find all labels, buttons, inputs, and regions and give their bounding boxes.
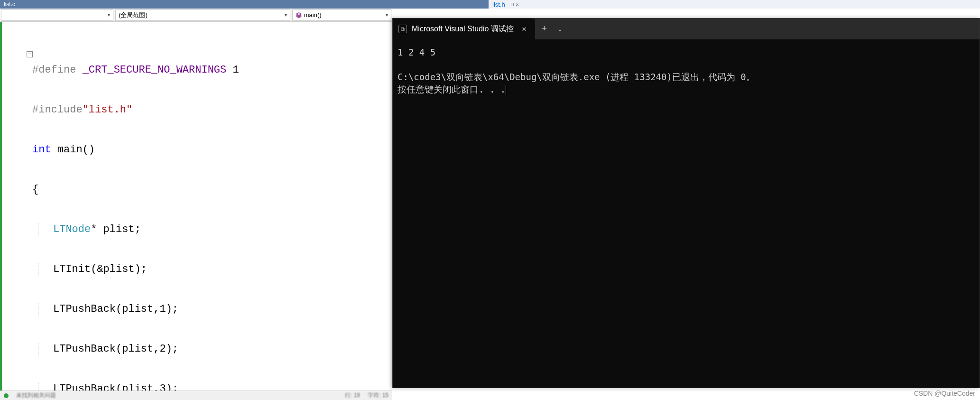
member-label: main() (304, 11, 322, 19)
method-icon (296, 12, 302, 19)
status-bar: 未找到相关问题 行: 19 字符: 15 (0, 391, 392, 400)
terminal-tab[interactable]: ⧉ Microsoft Visual Studio 调试控 ✕ (393, 19, 535, 39)
close-icon[interactable]: ✕ (516, 1, 519, 8)
scope-dropdown[interactable]: (全局范围) ▾ (115, 9, 290, 21)
new-tab-button[interactable]: + (535, 24, 554, 34)
file-tab-listh[interactable]: list.h (489, 1, 509, 8)
status-ok-icon (4, 393, 9, 398)
secondary-tab-bar: list.h ⊓ ✕ (489, 0, 980, 9)
status-col: 字符: 15 (368, 391, 388, 400)
status-issues[interactable]: 未找到相关问题 (16, 391, 56, 400)
code-margin (2, 22, 12, 400)
terminal-cursor (506, 85, 506, 95)
terminal-tab-title: Microsoft Visual Studio 调试控 (412, 24, 514, 34)
watermark: CSDN @QuiteCoder (914, 390, 975, 397)
terminal-output[interactable]: 1 2 4 5 C:\code3\双向链表\x64\Debug\双向链表.exe… (393, 39, 980, 102)
chevron-down-icon: ▾ (108, 12, 110, 18)
debug-console: ⧉ Microsoft Visual Studio 调试控 ✕ + ⌄ 1 2 … (392, 18, 980, 388)
scope-label: (全局范围) (119, 11, 148, 19)
code-editor[interactable]: − #define _CRT_SECURE_NO_WARNINGS 1 #inc… (0, 22, 392, 400)
chevron-down-icon: ▾ (386, 12, 388, 18)
tab-menu-icon[interactable]: ⌄ (554, 26, 566, 33)
member-dropdown[interactable]: main() ▾ (292, 9, 391, 21)
navigation-bar: ▾ (全局范围) ▾ main() ▾ (0, 9, 392, 22)
pin-icon[interactable]: ⊓ (511, 1, 514, 8)
status-line: 行: 19 (345, 391, 360, 400)
code-content[interactable]: − #define _CRT_SECURE_NO_WARNINGS 1 #inc… (12, 22, 392, 400)
fold-toggle[interactable]: − (27, 51, 33, 57)
vs-icon: ⧉ (398, 25, 407, 33)
project-dropdown[interactable]: ▾ (1, 9, 113, 21)
terminal-close-icon[interactable]: ✕ (519, 24, 529, 34)
chevron-down-icon: ▾ (285, 12, 287, 18)
file-tab-active[interactable]: list.c (0, 1, 19, 8)
terminal-titlebar[interactable]: ⧉ Microsoft Visual Studio 调试控 ✕ + ⌄ (393, 19, 980, 39)
